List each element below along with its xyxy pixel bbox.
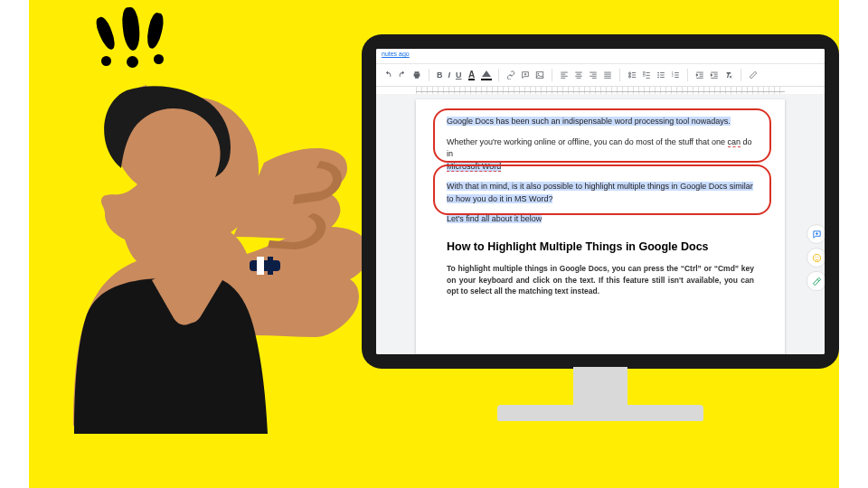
doc-body: To highlight multiple things in Google D… <box>447 263 754 297</box>
svg-point-12 <box>813 254 820 261</box>
monitor-stand-base <box>497 405 703 421</box>
svg-rect-1 <box>257 257 264 275</box>
side-action-pills <box>807 224 825 291</box>
paragraph-4: Let's find all about it below <box>447 214 542 223</box>
add-comment-button[interactable] <box>519 69 532 81</box>
text-color-button[interactable]: A <box>466 69 478 81</box>
editing-mode-button[interactable] <box>747 69 760 81</box>
align-justify-button[interactable] <box>601 69 614 81</box>
thumbnail-stage: nutes ago B I U A <box>0 0 868 488</box>
line-spacing-button[interactable] <box>626 69 638 81</box>
svg-rect-2 <box>268 257 273 275</box>
print-button[interactable] <box>410 69 423 81</box>
align-right-button[interactable] <box>587 69 599 81</box>
emoji-pill[interactable] <box>807 248 825 267</box>
docs-toolbar: B I U A <box>376 64 825 87</box>
document-canvas: Google Docs has been such an indispensab… <box>376 94 825 354</box>
comment-pill[interactable] <box>807 224 825 244</box>
monitor: nutes ago B I U A <box>362 34 839 459</box>
redo-button[interactable] <box>396 69 409 81</box>
italic-button[interactable]: I <box>447 69 453 81</box>
highlight-color-button[interactable] <box>480 69 493 81</box>
undo-button[interactable] <box>382 69 394 81</box>
svg-rect-6 <box>643 75 645 77</box>
suggest-pill[interactable] <box>807 271 825 291</box>
bulleted-list-button[interactable] <box>655 69 667 81</box>
svg-rect-0 <box>250 260 280 271</box>
svg-point-13 <box>815 256 816 257</box>
insert-link-button[interactable] <box>505 69 517 81</box>
numbered-list-button[interactable]: 12 <box>669 69 682 81</box>
underline-button[interactable]: U <box>454 69 464 81</box>
screen: nutes ago B I U A <box>376 49 825 354</box>
person-pointing <box>40 54 365 488</box>
monitor-stand-neck <box>573 367 627 408</box>
align-left-button[interactable] <box>558 69 571 81</box>
last-edit-link[interactable]: nutes ago <box>376 49 825 64</box>
svg-rect-3 <box>536 72 543 79</box>
paragraph-1: Google Docs has been such an indispensab… <box>447 117 731 126</box>
svg-point-8 <box>657 74 659 76</box>
document-page[interactable]: Google Docs has been such an indispensab… <box>416 99 785 354</box>
paragraph-2b: can <box>728 137 741 147</box>
doc-heading: How to Highlight Multiple Things in Goog… <box>447 239 754 256</box>
svg-point-4 <box>537 73 539 75</box>
align-center-button[interactable] <box>572 69 585 81</box>
paragraph-3: With that in mind, is it also possible t… <box>447 182 753 203</box>
increase-indent-button[interactable] <box>708 69 721 81</box>
paragraph-2a: Whether you're working online or offline… <box>447 137 728 146</box>
svg-text:2: 2 <box>671 74 673 78</box>
clear-formatting-button[interactable] <box>722 69 735 81</box>
decrease-indent-button[interactable] <box>693 69 706 81</box>
insert-image-button[interactable] <box>533 69 546 81</box>
svg-point-7 <box>657 72 659 74</box>
paragraph-2d: Microsoft Word <box>447 162 501 172</box>
svg-point-9 <box>657 77 659 79</box>
checklist-button[interactable] <box>640 69 653 81</box>
svg-point-14 <box>817 256 818 257</box>
last-edit-text: nutes ago <box>382 51 410 57</box>
bold-button[interactable]: B <box>435 69 445 81</box>
